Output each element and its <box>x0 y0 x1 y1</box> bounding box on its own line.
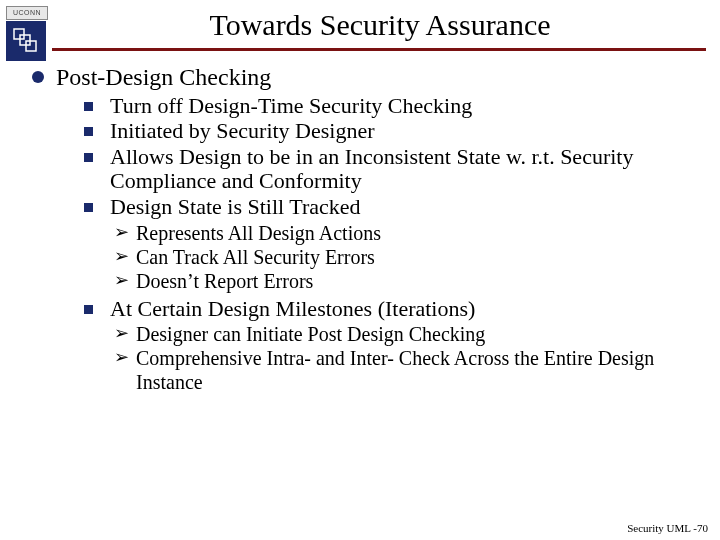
bullet-lvl2: Design State is Still Tracked <box>84 195 700 220</box>
bullet-lvl2: At Certain Design Milestones (Iterations… <box>84 297 700 322</box>
arrow-icon: ➢ <box>114 322 136 345</box>
arrow-icon: ➢ <box>114 221 136 244</box>
square-icon <box>84 195 110 212</box>
square-icon <box>84 297 110 314</box>
bullet-lvl3: ➢ Doesn’t Report Errors <box>114 269 700 293</box>
lvl3-text: Can Track All Security Errors <box>136 245 375 269</box>
bullet-lvl3: ➢ Designer can Initiate Post Design Chec… <box>114 322 700 346</box>
slide-title: Towards Security Assurance <box>60 8 700 42</box>
brand-logo: UCONN <box>6 6 46 61</box>
slide-body: Post-Design Checking Turn off Design-Tim… <box>28 64 700 394</box>
lvl3-text: Represents All Design Actions <box>136 221 381 245</box>
lvl2-text: Turn off Design-Time Security Checking <box>110 94 472 119</box>
arrow-icon: ➢ <box>114 346 136 369</box>
lvl2-text: Allows Design to be in an Inconsistent S… <box>110 145 700 194</box>
bullet-lvl3: ➢ Can Track All Security Errors <box>114 245 700 269</box>
bullet-lvl2: Initiated by Security Designer <box>84 119 700 144</box>
lvl1-text: Post-Design Checking <box>56 64 271 92</box>
slide-footer: Security UML -70 <box>627 522 708 534</box>
bullet-lvl2: Turn off Design-Time Security Checking <box>84 94 700 119</box>
lvl3-text: Designer can Initiate Post Design Checki… <box>136 322 485 346</box>
bullet-lvl3: ➢ Represents All Design Actions <box>114 221 700 245</box>
bullet-lvl3: ➢ Comprehensive Intra- and Inter- Check … <box>114 346 700 394</box>
lvl2-text: Initiated by Security Designer <box>110 119 375 144</box>
disc-icon <box>28 64 56 83</box>
logo-mark <box>6 21 46 61</box>
bullet-lvl2: Allows Design to be in an Inconsistent S… <box>84 145 700 194</box>
arrow-icon: ➢ <box>114 245 136 268</box>
square-icon <box>84 145 110 162</box>
square-icon <box>84 119 110 136</box>
square-icon <box>84 94 110 111</box>
lvl2-text: At Certain Design Milestones (Iterations… <box>110 297 475 322</box>
lvl3-text: Doesn’t Report Errors <box>136 269 313 293</box>
arrow-icon: ➢ <box>114 269 136 292</box>
lvl2-text: Design State is Still Tracked <box>110 195 361 220</box>
bullet-lvl1: Post-Design Checking <box>28 64 700 92</box>
title-rule <box>52 48 706 51</box>
lvl3-text: Comprehensive Intra- and Inter- Check Ac… <box>136 346 700 394</box>
logo-text: UCONN <box>6 6 48 20</box>
